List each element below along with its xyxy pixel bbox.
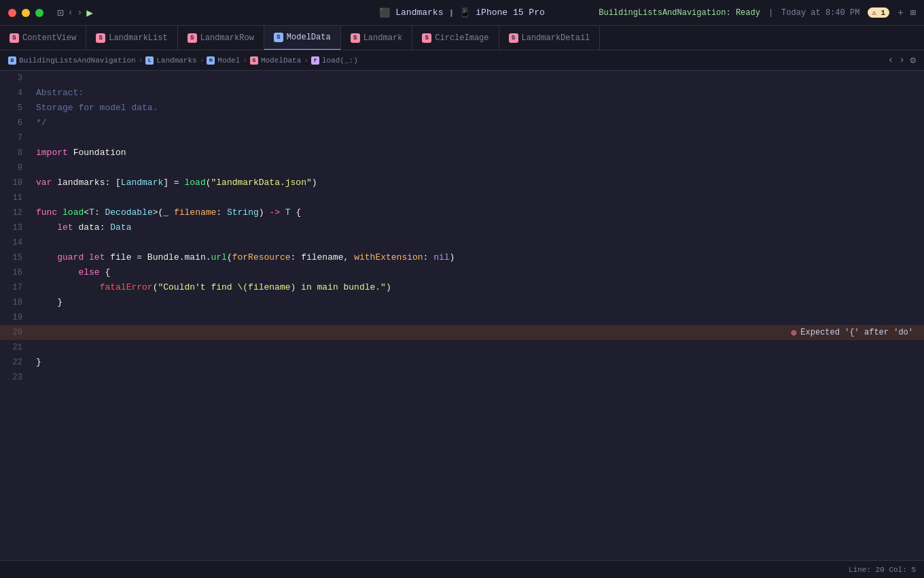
title-bar: ⊡ ‹ › ▶ ⬛ Landmarks ❙ 📱 iPhone 15 Pro Bu… bbox=[0, 0, 924, 26]
line-num-14: 14 bbox=[0, 235, 31, 250]
status-separator: | bbox=[768, 8, 773, 18]
breadcrumb-modeldata-label: ModelData bbox=[261, 56, 301, 65]
line-content-5[interactable]: Storage for model data. bbox=[31, 101, 924, 116]
line-num-9: 9 bbox=[0, 160, 31, 175]
breadcrumb-model-icon: M bbox=[207, 56, 215, 65]
breadcrumb-back-icon[interactable]: ‹ bbox=[888, 54, 893, 66]
breadcrumb-settings-icon[interactable]: ⚙ bbox=[910, 54, 916, 66]
warning-badge[interactable]: ⚠ 1 bbox=[868, 7, 889, 18]
breadcrumb-sep-3: › bbox=[243, 56, 247, 65]
nav-forward-button[interactable]: › bbox=[77, 7, 82, 18]
title-bar-left: ⊡ ‹ › ▶ bbox=[52, 6, 97, 20]
line-content-6[interactable]: */ bbox=[31, 116, 924, 131]
line-num-20: 20 bbox=[0, 325, 31, 340]
minimize-button[interactable] bbox=[22, 9, 30, 17]
tab-icon-landmark-list: S bbox=[96, 33, 105, 43]
line-num-8: 8 bbox=[0, 146, 31, 160]
line-content-13[interactable]: let data: Data bbox=[31, 220, 924, 235]
breadcrumb-load-func[interactable]: f load(_:) bbox=[311, 56, 358, 65]
breadcrumb-landmarks-icon: L bbox=[145, 56, 154, 65]
title-bar-right: BuildingListsAndNavigation: Ready | Toda… bbox=[599, 7, 924, 18]
line-content-16[interactable]: else { bbox=[31, 265, 924, 280]
line-content-17[interactable]: fatalError("Couldn't find \(filename) in… bbox=[31, 280, 924, 295]
tab-label-landmark-detail: LandmarkDetail bbox=[522, 33, 590, 43]
breadcrumb-landmarks-label: Landmarks bbox=[156, 56, 196, 65]
breadcrumb-project-icon: B bbox=[8, 56, 16, 65]
tab-label-circle-image: CircleImage bbox=[435, 33, 488, 43]
tab-content-view[interactable]: S ContentView bbox=[0, 26, 86, 50]
breadcrumb-model[interactable]: M Model bbox=[207, 56, 240, 65]
breadcrumb-project[interactable]: B BuildingListsAndNavigation bbox=[8, 56, 136, 65]
line-content-12[interactable]: func load<T: Decodable>(_ filename: Stri… bbox=[31, 205, 924, 220]
line-num-6: 6 bbox=[0, 116, 31, 131]
tab-icon-landmark-row: S bbox=[188, 33, 197, 43]
line-num-7: 7 bbox=[0, 131, 31, 146]
tab-landmark-list[interactable]: S LandmarkList bbox=[86, 26, 177, 50]
line-content-18[interactable]: } bbox=[31, 295, 924, 310]
tabs-bar: S ContentView S LandmarkList S LandmarkR… bbox=[0, 26, 924, 50]
tab-landmark-row[interactable]: S LandmarkRow bbox=[178, 26, 264, 50]
line-num-17: 17 bbox=[0, 280, 31, 295]
close-button[interactable] bbox=[8, 9, 16, 17]
tab-landmark[interactable]: S Landmark bbox=[341, 26, 413, 50]
maximize-button[interactable] bbox=[35, 9, 43, 17]
breadcrumb-modeldata[interactable]: S ModelData bbox=[250, 56, 301, 65]
code-line-9: 9 bbox=[0, 160, 924, 175]
build-status: BuildingListsAndNavigation: Ready bbox=[599, 8, 760, 18]
breadcrumb-sep-4: › bbox=[304, 56, 308, 65]
error-indicator: ⊗ Expected '{' after 'do' bbox=[791, 327, 924, 339]
breadcrumb-actions: ‹ › ⚙ bbox=[888, 54, 916, 66]
code-line-6: 6 */ bbox=[0, 116, 924, 131]
title-bar-center: ⬛ Landmarks ❙ 📱 iPhone 15 Pro bbox=[379, 7, 544, 18]
tab-circle-image[interactable]: S CircleImage bbox=[412, 26, 499, 50]
code-editor[interactable]: 3 4 Abstract: 5 Storage for model data. … bbox=[0, 71, 924, 560]
breadcrumb-sep-2: › bbox=[200, 56, 205, 65]
code-line-18: 18 } bbox=[0, 295, 924, 310]
device-name: iPhone 15 Pro bbox=[476, 7, 544, 18]
code-line-8: 8 import Foundation bbox=[0, 146, 924, 160]
line-content-10[interactable]: var landmarks: [Landmark] = load("landma… bbox=[31, 175, 924, 190]
line-num-10: 10 bbox=[0, 175, 31, 190]
code-line-13: 13 let data: Data bbox=[0, 220, 924, 235]
error-message: Expected '{' after 'do' bbox=[800, 328, 913, 337]
code-line-19: 19 bbox=[0, 310, 924, 325]
code-line-12: 12 func load<T: Decodable>(_ filename: S… bbox=[0, 205, 924, 220]
tab-landmark-detail[interactable]: S LandmarkDetail bbox=[499, 26, 601, 50]
code-line-22: 22 } bbox=[0, 355, 924, 370]
code-line-14: 14 bbox=[0, 235, 924, 250]
scheme-name: Landmarks bbox=[395, 7, 443, 18]
sidebar-toggle-button[interactable]: ⊡ bbox=[57, 6, 64, 20]
breadcrumb-func-icon: f bbox=[311, 56, 319, 65]
tab-label-landmark: Landmark bbox=[363, 33, 403, 43]
tab-icon-landmark: S bbox=[351, 33, 360, 43]
breadcrumb-model-label: Model bbox=[217, 56, 240, 65]
line-content-15[interactable]: guard let file = Bundle.main.url(forReso… bbox=[31, 250, 924, 265]
tab-label-model-data: ModelData bbox=[287, 33, 331, 42]
line-content-22[interactable]: } bbox=[31, 355, 924, 370]
run-button[interactable]: ▶ bbox=[86, 6, 93, 20]
tab-icon-circle-image: S bbox=[422, 33, 431, 43]
code-line-16: 16 else { bbox=[0, 265, 924, 280]
build-time: Today at 8:40 PM bbox=[781, 8, 859, 18]
breadcrumb-sep-1: › bbox=[139, 56, 143, 65]
tab-icon-content-view: S bbox=[10, 33, 19, 43]
line-num-22: 22 bbox=[0, 355, 31, 370]
line-num-3: 3 bbox=[0, 71, 31, 86]
tab-label-content-view: ContentView bbox=[22, 33, 76, 43]
line-num-12: 12 bbox=[0, 205, 31, 220]
line-content-4[interactable]: Abstract: bbox=[31, 86, 924, 101]
layout-button[interactable]: ⊞ bbox=[910, 7, 916, 18]
scheme-separator: ❙ bbox=[448, 7, 454, 18]
line-content-8[interactable]: import Foundation bbox=[31, 146, 924, 160]
tab-model-data[interactable]: S ModelData bbox=[264, 26, 341, 50]
breadcrumb-landmarks[interactable]: L Landmarks bbox=[145, 56, 196, 65]
code-line-3: 3 bbox=[0, 71, 924, 86]
nav-back-button[interactable]: ‹ bbox=[68, 7, 73, 18]
line-num-16: 16 bbox=[0, 265, 31, 280]
line-num-19: 19 bbox=[0, 310, 31, 325]
breadcrumb-forward-icon[interactable]: › bbox=[899, 54, 904, 66]
add-editor-button[interactable]: + bbox=[898, 7, 903, 18]
tab-label-landmark-list: LandmarkList bbox=[109, 33, 167, 43]
code-line-4: 4 Abstract: bbox=[0, 86, 924, 101]
code-line-5: 5 Storage for model data. bbox=[0, 101, 924, 116]
